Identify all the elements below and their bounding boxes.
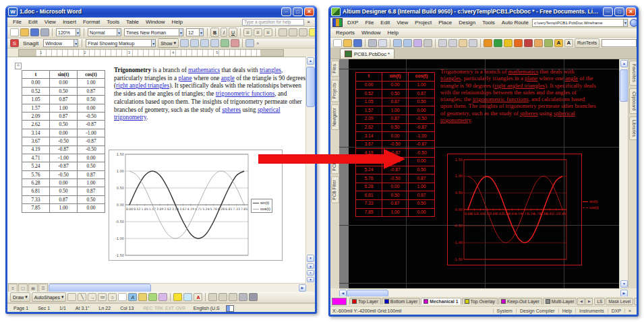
- panel-tab[interactable]: Files: [331, 61, 339, 77]
- layer-tab[interactable]: Top Overlay: [462, 298, 498, 304]
- line-style-icon[interactable]: [208, 293, 217, 301]
- underline-button[interactable]: U: [229, 28, 237, 37]
- minimize-button[interactable]: [603, 7, 613, 16]
- cut-icon[interactable]: [438, 39, 447, 47]
- maximize-button[interactable]: [293, 7, 303, 16]
- save-icon[interactable]: [30, 28, 39, 36]
- close-button[interactable]: [626, 7, 636, 16]
- print-preview-icon[interactable]: [378, 39, 387, 47]
- italic-button[interactable]: I: [221, 28, 227, 37]
- layer-tab[interactable]: Keep-Out Layer: [498, 298, 542, 304]
- layer-bar-button[interactable]: Clear: [634, 298, 637, 305]
- hyperlink-text[interactable]: plane: [179, 75, 192, 82]
- print-icon[interactable]: [368, 39, 377, 47]
- text-box-icon[interactable]: [118, 293, 127, 301]
- open-folder-icon[interactable]: [343, 39, 352, 47]
- undo-icon[interactable]: [469, 39, 477, 47]
- hyperlink-text[interactable]: trigonometric functions: [473, 96, 529, 102]
- scroll-left-icon[interactable]: [339, 290, 347, 297]
- select-browse-object-icon[interactable]: [307, 270, 314, 276]
- new-document-icon[interactable]: [333, 39, 342, 47]
- help-circle-icon[interactable]: [630, 19, 637, 27]
- open-folder-icon[interactable]: [20, 28, 29, 36]
- menu-item[interactable]: Edit: [25, 18, 41, 26]
- autoshapes-menu-button[interactable]: AutoShapes ▾: [32, 292, 67, 302]
- hyperlink-text[interactable]: right angled triangles: [116, 82, 169, 89]
- hyperlink-text[interactable]: spheres: [222, 106, 241, 113]
- scroll-up-icon[interactable]: [620, 60, 628, 67]
- status-bar-button[interactable]: Design Compiler: [516, 309, 558, 313]
- panel-tab[interactable]: Clipboard: [629, 88, 637, 114]
- font-combo[interactable]: Times New Roman: [124, 28, 183, 36]
- new-document-icon[interactable]: [10, 28, 19, 36]
- menu-item[interactable]: Tools: [479, 19, 498, 26]
- align-center-icon[interactable]: [254, 28, 262, 36]
- highlight-icon[interactable]: [309, 28, 315, 36]
- word-titlebar[interactable]: W 1.doc - Microsoft Word: [5, 5, 317, 18]
- menu-item[interactable]: Reports: [332, 29, 358, 36]
- insert-picture-icon[interactable]: [158, 293, 167, 301]
- ask-question-input[interactable]: Type a question for help: [242, 19, 304, 26]
- 3d-style-icon[interactable]: [249, 293, 258, 301]
- panel-tab[interactable]: Libraries: [629, 117, 637, 140]
- align-right-icon[interactable]: [264, 28, 272, 36]
- style-combo[interactable]: Normal: [88, 28, 121, 36]
- previous-change-icon[interactable]: [200, 39, 209, 47]
- save-icon[interactable]: [353, 39, 362, 47]
- menu-item[interactable]: Format: [80, 18, 103, 26]
- menu-item[interactable]: Table: [123, 18, 142, 26]
- dxp-icon[interactable]: [332, 18, 343, 27]
- bold-button[interactable]: B: [210, 28, 219, 37]
- scroll-down-icon[interactable]: [620, 280, 628, 288]
- menu-item[interactable]: Insert: [59, 18, 80, 26]
- font-size-combo[interactable]: 12: [186, 28, 204, 36]
- layer-tab[interactable]: Top Layer: [349, 298, 381, 304]
- borders-icon[interactable]: [299, 28, 308, 36]
- place-component-icon[interactable]: [544, 39, 553, 47]
- menu-item[interactable]: Design: [455, 19, 479, 26]
- hyperlink-text[interactable]: right angled triangles: [494, 82, 545, 89]
- place-via-icon[interactable]: [504, 39, 513, 47]
- show-button[interactable]: Show ▾: [158, 38, 179, 48]
- layer-tab[interactable]: Bottom Layer: [382, 298, 420, 304]
- copy-icon[interactable]: [448, 39, 457, 47]
- scrollbar-thumb[interactable]: [306, 67, 315, 107]
- layer-tab[interactable]: Mechanical 1: [421, 298, 461, 304]
- place-text-icon[interactable]: [554, 39, 563, 47]
- run-texts-button[interactable]: RunTexts: [575, 38, 599, 48]
- line-icon[interactable]: [78, 293, 86, 301]
- hyperlink-text[interactable]: mathematics: [188, 67, 220, 73]
- panel-tab[interactable]: Favorites: [629, 61, 637, 86]
- toolbar-overflow-icon[interactable]: [255, 40, 259, 46]
- rectangle-icon[interactable]: [98, 293, 107, 301]
- layer-tabs-scroll-right-icon[interactable]: ▶: [585, 298, 593, 305]
- oval-icon[interactable]: [108, 293, 117, 301]
- snagit-window-combo[interactable]: Window: [43, 39, 78, 47]
- interactive-routing-icon[interactable]: [484, 39, 492, 47]
- bullet-list-icon[interactable]: [289, 28, 297, 36]
- track-changes-icon[interactable]: [190, 39, 199, 47]
- menu-item[interactable]: Project: [411, 19, 435, 26]
- arrow-style-icon[interactable]: [229, 293, 237, 301]
- pcb-document-tab[interactable]: PCB1.PcbDoc *: [340, 49, 394, 59]
- menu-item[interactable]: Auto Route: [498, 19, 532, 26]
- menu-item[interactable]: Place: [435, 19, 455, 26]
- current-layer-swatch[interactable]: [332, 298, 347, 305]
- hyperlink-text[interactable]: trigonometric functions: [216, 90, 275, 97]
- layer-bar-button[interactable]: LS: [594, 298, 605, 305]
- panel-tab[interactable]: Projects: [331, 79, 339, 102]
- align-left-icon[interactable]: [243, 28, 252, 36]
- pcb-canvas[interactable]: tsin(t)cos(t)0.000.001.000.520.500.871.0…: [339, 59, 619, 288]
- scrollbar-thumb[interactable]: [347, 290, 388, 297]
- layer-tab[interactable]: Multi-Layer: [543, 298, 577, 304]
- empty-combo[interactable]: [602, 39, 637, 47]
- menu-item[interactable]: File: [9, 18, 25, 26]
- select-objects-icon[interactable]: [67, 293, 76, 301]
- fill-color-icon[interactable]: [173, 293, 182, 301]
- dash-style-icon[interactable]: [218, 293, 227, 301]
- place-string-icon[interactable]: [564, 39, 573, 47]
- panel-tab[interactable]: Navigator: [331, 104, 339, 130]
- print-icon[interactable]: [40, 28, 49, 36]
- scroll-right-icon[interactable]: [620, 290, 628, 297]
- reject-change-icon[interactable]: [231, 39, 239, 47]
